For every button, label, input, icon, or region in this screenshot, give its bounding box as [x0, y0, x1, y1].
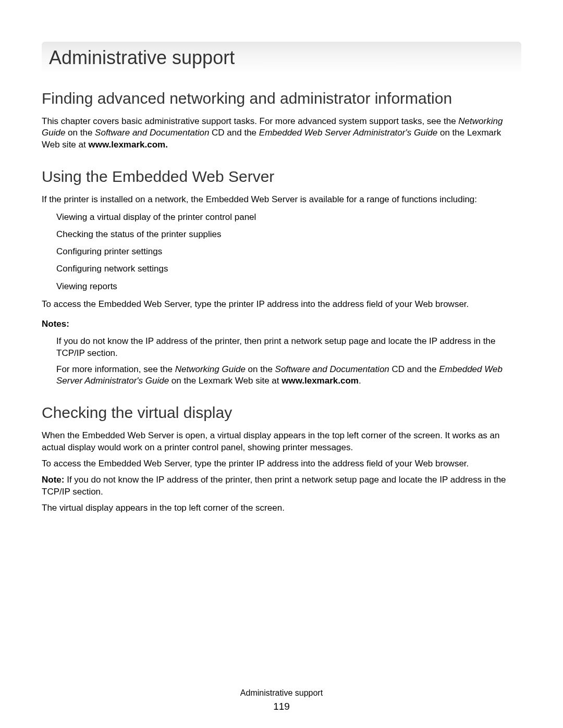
chapter-title: Administrative support: [49, 47, 514, 69]
text-italic: Software and Documentation: [95, 128, 209, 138]
section-using-ews: Using the Embedded Web Server If the pri…: [42, 167, 521, 387]
text-run: CD and the: [209, 128, 259, 138]
list-item: Checking the status of the printer suppl…: [56, 227, 521, 241]
text-run: on the: [65, 128, 95, 138]
section-title: Checking the virtual display: [42, 403, 521, 423]
text-run: For more information, see the: [56, 364, 175, 374]
body-paragraph: To access the Embedded Web Server, type …: [42, 458, 521, 470]
note-paragraph: Note: If you do not know the IP address …: [42, 474, 521, 498]
body-paragraph: The virtual display appears in the top l…: [42, 502, 521, 514]
notes-list: If you do not know the IP address of the…: [56, 336, 521, 388]
section-title: Using the Embedded Web Server: [42, 167, 521, 187]
list-item: Viewing a virtual display of the printer…: [56, 210, 521, 224]
text-italic: Networking Guide: [175, 364, 246, 374]
text-run: on the Lexmark Web site at: [169, 376, 282, 386]
section-finding-info: Finding advanced networking and administ…: [42, 89, 521, 151]
text-run: .: [359, 376, 361, 386]
list-item: Configuring printer settings: [56, 244, 521, 258]
note-item: For more information, see the Networking…: [56, 364, 521, 388]
text-run: CD and the: [389, 364, 439, 374]
text-bold-url: www.lexmark.com.: [88, 140, 167, 150]
text-run: If you do not know the IP address of the…: [42, 475, 506, 497]
section-title: Finding advanced networking and administ…: [42, 89, 521, 108]
body-paragraph: To access the Embedded Web Server, type …: [42, 299, 521, 311]
list-item: Viewing reports: [56, 279, 521, 293]
section1-paragraph: This chapter covers basic administrative…: [42, 116, 521, 152]
text-italic: Software and Documentation: [275, 364, 389, 374]
chapter-header: Administrative support: [42, 42, 521, 74]
notes-label: Notes:: [42, 319, 521, 329]
list-item: Configuring network settings: [56, 262, 521, 276]
text-run: on the: [246, 364, 275, 374]
footer-chapter-title: Administrative support: [0, 688, 563, 698]
text-bold-url: www.lexmark.com: [282, 376, 359, 386]
text-italic: Embedded Web Server Administrator's Guid…: [259, 128, 437, 138]
text-run: This chapter covers basic administrative…: [42, 116, 458, 126]
page-footer: Administrative support 119: [0, 688, 563, 712]
footer-page-number: 119: [0, 701, 563, 712]
bullet-list: Viewing a virtual display of the printer…: [56, 210, 521, 293]
body-paragraph: If the printer is installed on a network…: [42, 194, 521, 206]
note-label: Note:: [42, 475, 64, 485]
section-virtual-display: Checking the virtual display When the Em…: [42, 403, 521, 514]
body-paragraph: When the Embedded Web Server is open, a …: [42, 430, 521, 454]
note-item: If you do not know the IP address of the…: [56, 336, 521, 360]
